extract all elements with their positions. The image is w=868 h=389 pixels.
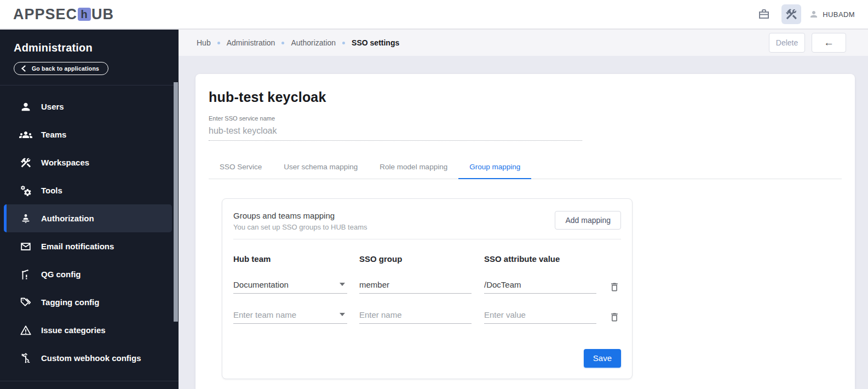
briefcase-icon xyxy=(757,8,771,21)
quality-gate-icon xyxy=(19,268,32,281)
sso-attribute-value-input-empty[interactable] xyxy=(484,310,596,324)
tab-group-mapping[interactable]: Group mapping xyxy=(458,163,531,179)
column-header-hub-team: Hub team xyxy=(233,254,347,264)
hub-team-select[interactable]: Documentation xyxy=(233,280,347,294)
user-name: HUBADM xyxy=(823,10,855,19)
sidebar-item-tagging-config[interactable]: Tagging config xyxy=(7,288,172,316)
card-header: Groups and teams mapping You can set up … xyxy=(233,211,621,231)
logo-tile-letter: h xyxy=(81,8,88,21)
sso-group-input[interactable] xyxy=(359,280,472,294)
sidebar-item-email-notifications[interactable]: Email notifications xyxy=(7,232,172,260)
tab-role-model-mapping[interactable]: Role model mapping xyxy=(369,163,458,179)
sidebar-item-label: Workspaces xyxy=(41,158,89,167)
sidebar-item-issue-categories[interactable]: Issue categories xyxy=(7,316,172,344)
dropdown-caret-icon xyxy=(340,283,345,286)
sso-attribute-field[interactable] xyxy=(484,280,596,289)
sidebar-item-tools[interactable]: Tools xyxy=(7,176,172,204)
sso-attribute-value-input[interactable] xyxy=(484,280,596,294)
sidebar-divider-bottom xyxy=(0,381,179,381)
page-background: hub-test keycloak Enter SSO service name… xyxy=(179,56,868,389)
sso-group-field[interactable] xyxy=(359,280,472,289)
card-footer: Save xyxy=(233,349,621,368)
breadcrumb-item-administration[interactable]: Administration xyxy=(227,38,275,47)
sidebar-menu: Users Teams Workspaces Tools Authorizati… xyxy=(0,85,179,372)
authorization-icon xyxy=(19,212,32,225)
tab-user-schema-mapping[interactable]: User schema mapping xyxy=(273,163,369,179)
admin-tools-button[interactable] xyxy=(781,4,801,24)
group-mapping-card: Groups and teams mapping You can set up … xyxy=(222,198,633,379)
user-avatar-icon xyxy=(809,9,819,19)
chevron-left-icon xyxy=(21,65,26,72)
breadcrumb-item-hub[interactable]: Hub xyxy=(197,38,211,47)
users-icon xyxy=(19,100,32,113)
topbar-actions: HUBADM xyxy=(754,4,855,24)
sidebar-scrollbar[interactable] xyxy=(174,82,178,322)
go-back-label: Go back to applications xyxy=(32,65,99,72)
sidebar-title: Administration xyxy=(14,42,165,54)
card-divider xyxy=(233,239,621,239)
warning-icon xyxy=(19,324,32,337)
breadcrumb-current: SSO settings xyxy=(352,38,399,47)
sidebar-item-label: Authorization xyxy=(41,214,94,223)
hub-team-select-empty[interactable]: Enter team name xyxy=(233,310,347,324)
mail-icon xyxy=(19,240,32,253)
go-back-to-applications-button[interactable]: Go back to applications xyxy=(14,62,108,75)
breadcrumb-item-authorization[interactable]: Authorization xyxy=(291,38,336,47)
trash-icon xyxy=(609,312,620,323)
sidebar-item-label: Issue categories xyxy=(41,325,106,335)
trash-icon xyxy=(609,282,620,293)
dropdown-caret-icon xyxy=(340,313,345,316)
card-header-text: Groups and teams mapping You can set up … xyxy=(233,211,367,231)
service-name-input[interactable] xyxy=(209,124,582,141)
breadcrumb-dot-icon xyxy=(342,42,345,44)
column-header-sso-attribute-value: SSO attribute value xyxy=(484,254,596,264)
content-area: Hub Administration Authorization SSO set… xyxy=(179,30,868,389)
teams-icon xyxy=(19,128,32,141)
sso-group-input-empty[interactable] xyxy=(359,310,472,324)
tools-gears-icon xyxy=(19,184,32,197)
breadcrumb: Hub Administration Authorization SSO set… xyxy=(197,38,399,47)
admin-sidebar: Administration Go back to applications U… xyxy=(0,30,179,389)
content-panel: hub-test keycloak Enter SSO service name… xyxy=(196,74,855,389)
card-subtitle: You can set up SSO groups to HUB teams xyxy=(233,223,367,231)
sso-group-field-empty[interactable] xyxy=(359,310,472,319)
logo-text-post: UB xyxy=(91,6,114,23)
sidebar-item-label: Users xyxy=(41,102,64,111)
user-menu[interactable]: HUBADM xyxy=(809,9,855,19)
sidebar-item-users[interactable]: Users xyxy=(7,93,172,121)
tag-icon xyxy=(19,296,32,309)
sidebar-item-teams[interactable]: Teams xyxy=(7,121,172,148)
sso-attribute-field-empty[interactable] xyxy=(484,310,596,319)
applications-briefcase-button[interactable] xyxy=(754,4,774,24)
settings-tabs: SSO Service User schema mapping Role mod… xyxy=(209,163,842,179)
top-bar: APPSEC h UB HUBADM xyxy=(0,0,868,30)
breadcrumb-dot-icon xyxy=(281,42,284,44)
sidebar-item-workspaces[interactable]: Workspaces xyxy=(7,148,172,176)
sidebar-item-qg-config[interactable]: QG config xyxy=(7,260,172,288)
column-header-sso-group: SSO group xyxy=(359,254,472,264)
sidebar-header: Administration Go back to applications xyxy=(0,30,179,85)
workspaces-icon xyxy=(19,156,32,169)
delete-row-button[interactable] xyxy=(608,311,621,324)
hub-team-placeholder: Enter team name xyxy=(233,310,296,319)
delete-button[interactable]: Delete xyxy=(769,33,805,53)
mapping-row: Documentation xyxy=(233,280,621,294)
back-arrow-icon: ← xyxy=(824,37,834,49)
sidebar-item-label: QG config xyxy=(41,270,81,279)
service-name-label: Enter SSO service name xyxy=(209,115,842,122)
add-mapping-button[interactable]: Add mapping xyxy=(555,211,621,230)
sidebar-item-custom-webhook-configs[interactable]: Custom webhook configs xyxy=(7,344,172,372)
sidebar-item-authorization[interactable]: Authorization xyxy=(4,204,172,232)
navigate-back-button[interactable]: ← xyxy=(812,33,846,53)
sidebar-item-label: Teams xyxy=(41,130,66,139)
breadcrumb-bar: Hub Administration Authorization SSO set… xyxy=(179,30,868,56)
sidebar-item-label: Email notifications xyxy=(41,242,114,251)
save-button[interactable]: Save xyxy=(584,349,621,368)
delete-row-button[interactable] xyxy=(608,281,621,294)
app-logo[interactable]: APPSEC h UB xyxy=(13,6,114,23)
logo-text-pre: APPSEC xyxy=(13,6,77,23)
app-root: APPSEC h UB HUBADM Administration xyxy=(0,0,868,389)
mapping-row: Enter team name xyxy=(233,310,621,324)
tab-sso-service[interactable]: SSO Service xyxy=(209,163,273,179)
breadcrumb-dot-icon xyxy=(217,42,220,44)
